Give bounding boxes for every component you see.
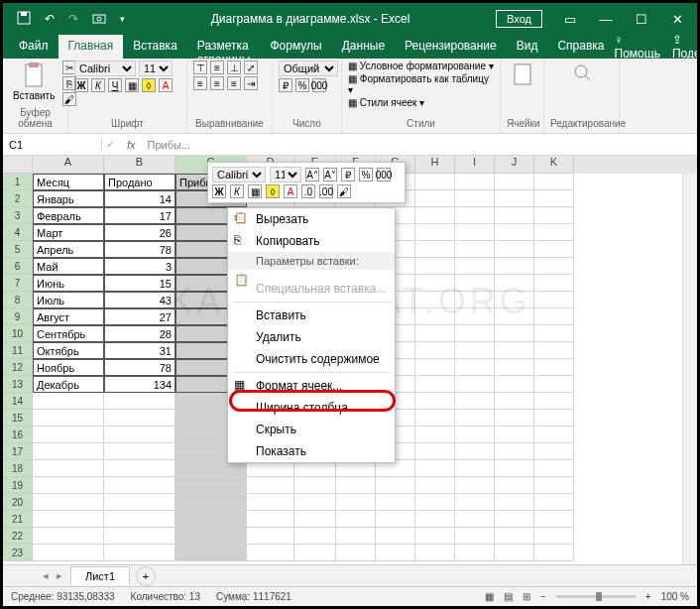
tab-главная[interactable]: Главная	[58, 35, 124, 59]
mini-grow-icon[interactable]: A˄	[305, 168, 319, 182]
row-header[interactable]: 20	[3, 494, 33, 511]
tab-вид[interactable]: Вид	[507, 35, 548, 59]
cell[interactable]	[175, 528, 247, 545]
add-sheet-button[interactable]: +	[136, 566, 156, 586]
cell[interactable]	[415, 275, 455, 292]
ctx-paste-option[interactable]: 📋	[228, 270, 395, 278]
align-top-icon[interactable]: ⊤	[193, 61, 207, 74]
sheet-tab[interactable]: Лист1	[70, 566, 130, 585]
row-header[interactable]: 13	[3, 376, 33, 393]
cell[interactable]	[104, 460, 175, 477]
cell[interactable]	[104, 443, 175, 460]
cell[interactable]	[455, 460, 495, 477]
cell[interactable]	[455, 190, 495, 207]
align-center-icon[interactable]: ≡	[210, 76, 224, 90]
cell[interactable]	[104, 511, 175, 528]
view-layout-icon[interactable]: ▤	[504, 591, 513, 602]
ctx-clear[interactable]: Очистить содержимое	[228, 348, 395, 370]
minimize-icon[interactable]: —	[590, 12, 622, 27]
ctx-format-cells[interactable]: ▦Формат ячеек...	[228, 375, 395, 397]
cell[interactable]: Месяц	[33, 174, 104, 190]
cell[interactable]	[534, 376, 574, 393]
cell[interactable]	[376, 494, 415, 511]
cell[interactable]	[455, 241, 495, 258]
row-header[interactable]: 5	[3, 241, 33, 258]
sheet-nav-next-icon[interactable]: ▸	[57, 569, 62, 582]
border-button[interactable]: ▦	[125, 78, 139, 92]
tab-файл[interactable]: Файл	[9, 35, 58, 59]
cell[interactable]	[495, 494, 534, 511]
row-header[interactable]: 1	[3, 174, 33, 190]
cell[interactable]	[455, 207, 495, 224]
cell[interactable]	[534, 511, 574, 528]
cell[interactable]	[495, 511, 534, 528]
cell[interactable]	[294, 528, 336, 545]
cell[interactable]	[495, 393, 534, 410]
align-right-icon[interactable]: ≡	[227, 76, 241, 90]
cell[interactable]	[175, 545, 247, 561]
cell[interactable]	[33, 545, 104, 561]
cell[interactable]	[415, 241, 455, 258]
cell[interactable]	[455, 443, 495, 460]
cell[interactable]	[534, 275, 574, 292]
mini-currency-icon[interactable]: ₽	[341, 168, 355, 182]
signin-button[interactable]: Вход	[496, 10, 542, 28]
maximize-icon[interactable]: ☐	[626, 12, 657, 27]
mini-shrink-icon[interactable]: A˅	[323, 168, 337, 182]
indent-icon[interactable]: ⇥	[244, 76, 258, 90]
cell[interactable]	[495, 528, 534, 545]
cell[interactable]	[104, 477, 175, 494]
row-header[interactable]: 14	[3, 393, 33, 410]
cell[interactable]	[33, 443, 104, 460]
cell[interactable]	[495, 342, 534, 359]
view-normal-icon[interactable]: ▦	[485, 591, 494, 602]
cell[interactable]	[294, 477, 336, 494]
cell[interactable]	[415, 308, 455, 325]
cell[interactable]: Март	[33, 224, 104, 241]
col-header-I[interactable]: I	[455, 156, 495, 174]
mini-bold-icon[interactable]: Ж	[212, 184, 226, 198]
cell[interactable]	[495, 190, 534, 207]
orientation-icon[interactable]: ⤢	[244, 61, 258, 74]
view-break-icon[interactable]: ⊞	[523, 591, 530, 602]
cell[interactable]	[495, 359, 534, 376]
mini-dec-inc-icon[interactable]: .0	[301, 184, 315, 198]
cell[interactable]	[455, 174, 495, 190]
ctx-show[interactable]: Показать	[228, 440, 395, 462]
fx-icon[interactable]: fx	[119, 139, 144, 151]
row-header[interactable]: 15	[3, 410, 33, 426]
zoom-in-icon[interactable]: +	[645, 591, 651, 602]
ctx-column-width[interactable]: Ширина столбца...	[228, 397, 395, 419]
cell[interactable]	[455, 224, 495, 241]
cell[interactable]	[104, 494, 175, 511]
cell[interactable]: Июль	[33, 292, 104, 308]
cell[interactable]	[104, 426, 175, 443]
cell[interactable]	[534, 359, 574, 376]
camera-icon[interactable]	[92, 12, 106, 27]
cell[interactable]	[294, 545, 336, 561]
zoom-out-icon[interactable]: −	[540, 591, 546, 602]
conditional-format-button[interactable]: ▦ Условное форматирование ▾	[348, 61, 494, 71]
paste-button[interactable]: Вставить	[9, 61, 58, 103]
tab-разметка страницы[interactable]: Разметка страницы	[187, 35, 261, 59]
cell[interactable]	[534, 460, 574, 477]
cell[interactable]: 3	[104, 258, 175, 275]
row-header[interactable]: 3	[3, 207, 33, 224]
cell[interactable]	[455, 426, 495, 443]
cell[interactable]	[376, 545, 415, 561]
close-icon[interactable]: ✕	[661, 12, 693, 27]
cell[interactable]: 78	[104, 359, 175, 376]
select-all-corner[interactable]	[3, 156, 33, 174]
row-header[interactable]: 12	[3, 359, 33, 376]
underline-button[interactable]: Ч	[108, 78, 122, 92]
zoom-level[interactable]: 100 %	[661, 591, 689, 602]
row-header[interactable]: 17	[3, 443, 33, 460]
cell[interactable]	[495, 241, 534, 258]
cell[interactable]	[455, 258, 495, 275]
col-header-H[interactable]: H	[415, 156, 455, 174]
cell[interactable]: 15	[104, 275, 175, 292]
cell[interactable]	[534, 325, 574, 342]
cell[interactable]	[33, 477, 104, 494]
cell[interactable]	[495, 275, 534, 292]
row-header[interactable]: 2	[3, 190, 33, 207]
